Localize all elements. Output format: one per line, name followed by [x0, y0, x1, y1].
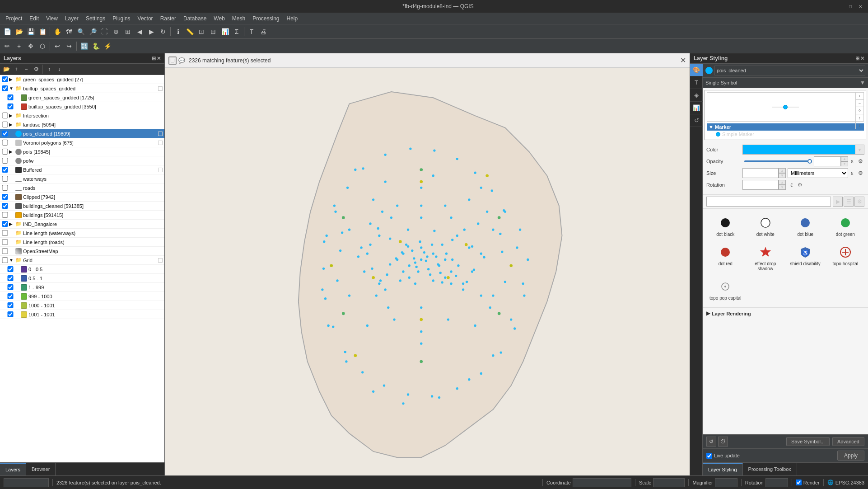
- layer-item-pofw[interactable]: pofw: [0, 156, 164, 165]
- opacity-down[interactable]: ▼: [841, 161, 848, 166]
- live-update-icon[interactable]: ↺: [706, 437, 716, 447]
- tab-layers[interactable]: Layers: [0, 463, 26, 475]
- layer-item-grid_1000_1001[interactable]: 1000 - 1001: [0, 301, 164, 310]
- symbol-search-go[interactable]: ▶: [833, 197, 843, 207]
- live-update-checkbox[interactable]: [706, 453, 712, 459]
- layer-item-buildings_cleaned[interactable]: buildings_cleaned [591385]: [0, 202, 164, 211]
- layer-check-voronoi[interactable]: [2, 140, 8, 146]
- layer-rendering-header[interactable]: ▶ Layer Rendering: [706, 310, 864, 316]
- layer-check-grid[interactable]: [2, 257, 8, 263]
- measure-button[interactable]: 📏: [184, 26, 195, 37]
- rotation-data-button[interactable]: ⚙: [796, 180, 804, 190]
- crs-display[interactable]: 🌐 EPSG:24383: [827, 480, 864, 485]
- layers-down-button[interactable]: ↓: [55, 65, 64, 74]
- layer-check-roads[interactable]: [2, 185, 8, 191]
- save-as-button[interactable]: 📋: [37, 26, 48, 37]
- select-button[interactable]: ⊡: [196, 26, 207, 37]
- color-menu-button[interactable]: ▼: [855, 145, 864, 155]
- styling-tab-history[interactable]: ↺: [690, 114, 703, 127]
- zoom-layer-button[interactable]: ⊕: [111, 26, 121, 37]
- layer-check-pois_cleaned[interactable]: [2, 131, 8, 136]
- styling-tab-label[interactable]: T: [690, 76, 703, 89]
- layers-add-button[interactable]: +: [12, 65, 21, 74]
- tab-layer-styling[interactable]: Layer Styling: [703, 463, 743, 475]
- layer-expand-grid[interactable]: ▼: [9, 258, 14, 263]
- layer-check-grid_0_0.5[interactable]: [7, 266, 14, 272]
- layer-check-builtup_spaces_gridded[interactable]: [2, 85, 8, 91]
- layer-check-green_spaces_gridded_2[interactable]: [7, 94, 14, 100]
- layer-check-builtup_spaces_gridded_2[interactable]: [7, 103, 14, 109]
- layer-check-grid_1001_1001[interactable]: [7, 311, 14, 317]
- symbol-topo-hospital[interactable]: topo hospital: [826, 242, 865, 274]
- layers-up-button[interactable]: ↑: [45, 65, 54, 74]
- marker-tree-item[interactable]: ▼ Marker: [707, 123, 864, 131]
- add-feature-button[interactable]: +: [14, 41, 24, 52]
- layers-close-button[interactable]: ✕: [157, 56, 161, 61]
- layer-item-grid_0.5_1[interactable]: 0.5 - 1: [0, 274, 164, 283]
- menu-item-plugins[interactable]: Plugins: [109, 14, 134, 23]
- layer-check-line_length_waterways[interactable]: [2, 230, 8, 236]
- symbol-search-settings[interactable]: ⚙: [854, 197, 864, 207]
- down-layer-button[interactable]: ↓: [855, 122, 863, 129]
- layers-detach-button[interactable]: ⊞: [152, 56, 156, 61]
- render-checkbox[interactable]: [796, 480, 802, 485]
- rotation-input[interactable]: 0.00 °: [742, 180, 779, 190]
- size-up[interactable]: ▲: [779, 168, 786, 173]
- save-button[interactable]: 💾: [25, 26, 36, 37]
- coordinate-input[interactable]: 2500058.1006298: [573, 478, 631, 487]
- simple-marker-tree-item[interactable]: Simple Marker: [707, 131, 864, 138]
- menu-item-view[interactable]: View: [42, 14, 61, 23]
- redo-button[interactable]: ↪: [64, 41, 75, 52]
- plugins-button[interactable]: ⚡: [102, 41, 113, 52]
- zoom-prev-button[interactable]: ◀: [134, 26, 145, 37]
- symbol-dot-blue[interactable]: dot blue: [786, 212, 825, 240]
- layer-item-builtup_spaces_gridded[interactable]: ▼📁builtup_spaces_gridded: [0, 84, 164, 93]
- symbol-dot-white[interactable]: dot white: [747, 212, 785, 240]
- menu-item-mesh[interactable]: Mesh: [229, 14, 249, 23]
- layer-expand-builtup_spaces_gridded[interactable]: ▼: [9, 86, 14, 91]
- layer-item-pois_cleaned[interactable]: pois_cleaned [19809]: [0, 129, 164, 138]
- rotation-down[interactable]: ▼: [779, 185, 786, 190]
- color-swatch[interactable]: [742, 145, 855, 155]
- apply-button[interactable]: Apply: [837, 451, 864, 461]
- up-layer-button[interactable]: ↑: [855, 114, 863, 122]
- size-input[interactable]: 1.50000: [742, 168, 779, 178]
- symbol-topo-pop-capital[interactable]: topo pop capital: [706, 276, 745, 304]
- map-type-button[interactable]: [168, 56, 177, 65]
- layer-item-green_spaces_gridded_2[interactable]: green_spaces_gridded [1725]: [0, 93, 164, 102]
- layer-item-ind_bangalore[interactable]: ▶📁IND_Bangalore: [0, 220, 164, 229]
- symbol-effect-drop-shadow[interactable]: effect drop shadow: [747, 242, 785, 274]
- layers-open-button[interactable]: 📂: [2, 65, 11, 74]
- layer-check-landuse[interactable]: [2, 122, 8, 127]
- layer-expand-ind_bangalore[interactable]: ▶: [9, 221, 14, 226]
- layer-expand-green_spaces_gridded[interactable]: ▶: [9, 77, 14, 82]
- menu-item-processing[interactable]: Processing: [249, 14, 283, 23]
- layer-item-landuse[interactable]: ▶📁landuse [5094]: [0, 120, 164, 129]
- print-layout-button[interactable]: 🖨: [258, 26, 269, 37]
- opacity-data-button[interactable]: ⚙: [856, 156, 864, 166]
- layer-check-pois[interactable]: [2, 149, 8, 155]
- close-button[interactable]: ✕: [856, 2, 864, 10]
- rotation-expr-button[interactable]: ε: [788, 180, 796, 190]
- remove-layer-button[interactable]: −: [855, 100, 863, 107]
- layer-item-voronoi[interactable]: Voronoi polygons [675]: [0, 138, 164, 147]
- tab-processing-toolbox[interactable]: Processing Toolbox: [743, 463, 797, 475]
- layer-check-intersection[interactable]: [2, 113, 8, 118]
- symbol-dot-red[interactable]: dot red: [706, 242, 745, 274]
- open-project-button[interactable]: 📂: [14, 26, 24, 37]
- map-canvas[interactable]: [165, 68, 690, 475]
- styling-close-button[interactable]: ✕: [860, 56, 864, 61]
- layer-item-grid_1_999[interactable]: 1 - 999: [0, 283, 164, 292]
- layer-check-openstreetmap[interactable]: [2, 248, 8, 254]
- pan-button[interactable]: ✋: [52, 26, 63, 37]
- attribute-table-button[interactable]: 📊: [219, 26, 230, 37]
- zoom-selection-button[interactable]: ⊞: [122, 26, 133, 37]
- menu-item-vector[interactable]: Vector: [134, 14, 157, 23]
- layer-item-grid_999_1000[interactable]: 999 - 1000: [0, 292, 164, 301]
- minimize-button[interactable]: —: [836, 2, 845, 10]
- opacity-expr-button[interactable]: ε: [848, 156, 856, 166]
- layer-item-pois[interactable]: ▶pois [19845]: [0, 147, 164, 156]
- styling-tab-diagram[interactable]: 📊: [690, 102, 703, 114]
- layer-selector[interactable]: pois_cleaned: [714, 66, 865, 75]
- layers-remove-button[interactable]: −: [22, 65, 31, 74]
